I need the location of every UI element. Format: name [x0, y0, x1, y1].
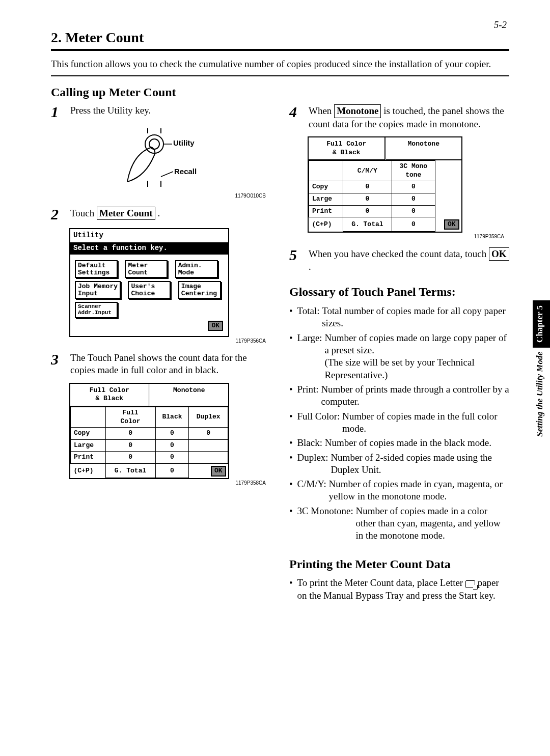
tab-fullcolor[interactable]: Full Color & Black — [70, 384, 150, 407]
mode-tab: Setting the Utility Mode — [533, 348, 550, 447]
glossary-list: • Total: Total number of copies made for… — [289, 305, 509, 542]
figure-code: 1179P356CA — [51, 338, 266, 345]
step-1: 1 Press the Utility key. — [51, 104, 271, 120]
tab-fullcolor[interactable]: Full Color & Black — [309, 137, 386, 160]
label-utility: Utility — [173, 138, 195, 148]
meter-count-key: Meter Count — [97, 207, 155, 220]
section-title: Meter Count — [65, 30, 144, 45]
fn-job-memory-input[interactable]: Job Memory Input — [75, 281, 121, 299]
fn-meter-count[interactable]: Meter Count — [125, 260, 168, 278]
step-text: When Monotone is touched, the panel show… — [309, 104, 509, 130]
left-column: 1 Press the Utility key. Utility Recall … — [51, 104, 271, 602]
step-text: Press the Utility key. — [70, 104, 271, 120]
side-tab: Chapter 5 Setting the Utility Mode — [533, 300, 550, 463]
count-table: C/M/Y 3C Mono tone Copy00 Large00 Print0… — [309, 160, 461, 232]
tab-monotone[interactable]: Monotone — [150, 384, 229, 407]
section-number: 2. — [51, 30, 62, 45]
table-row: Copy000 — [71, 428, 228, 440]
subheading-glossary: Glossary of Touch Panel Terms: — [289, 284, 509, 300]
fn-default-settings[interactable]: Default Settings — [75, 260, 118, 278]
step-5: 5 When you have checked the count data, … — [289, 247, 509, 273]
step-text: The Touch Panel shows the count data for… — [70, 352, 271, 377]
rule-thin — [51, 75, 509, 76]
count-panel-fullcolor: Full Color & Black Monotone Full Color B… — [69, 383, 229, 480]
step-2: 2 Touch Meter Count . — [51, 207, 271, 222]
panel-title: Utility — [70, 229, 228, 242]
rule-thick — [51, 49, 509, 51]
ok-button[interactable]: OK — [444, 219, 459, 230]
figure-code: 1179P359CA — [289, 234, 504, 240]
figure-code: 1179P358CA — [51, 480, 266, 487]
svg-line-3 — [161, 172, 173, 177]
fn-image-centering[interactable]: Image Centering — [178, 281, 221, 299]
step-number: 4 — [289, 104, 301, 130]
count-panel-monotone: Full Color & Black Monotone C/M/Y 3C Mon… — [308, 136, 462, 233]
fn-admin-mode[interactable]: Admin. Mode — [175, 260, 218, 278]
chapter-tab: Chapter 5 — [533, 300, 550, 348]
panel-body: Default Settings Meter Count Admin. Mode… — [70, 255, 228, 336]
ok-key: OK — [489, 247, 509, 261]
intro-text: This function allows you to check the cu… — [51, 58, 509, 70]
hand-figure: Utility Recall — [97, 126, 214, 192]
fn-users-choice[interactable]: User's Choice — [128, 281, 171, 299]
table-row: Copy00 — [309, 181, 461, 193]
step-text: When you have checked the count data, to… — [309, 247, 509, 273]
right-column: 4 When Monotone is touched, the panel sh… — [289, 104, 509, 602]
utility-panel: Utility Select a function key. Default S… — [69, 228, 229, 337]
page-number: 5-2 — [494, 19, 507, 31]
tab-monotone[interactable]: Monotone — [386, 137, 462, 160]
subheading-calling: Calling up Meter Count — [51, 86, 509, 99]
step-number: 5 — [289, 247, 301, 273]
section-heading: 2. Meter Count — [51, 30, 509, 46]
panel-prompt: Select a function key. — [70, 242, 228, 255]
count-table: Full Color Black Duplex Copy000 Large00 … — [70, 407, 228, 478]
subheading-printing: Printing the Meter Count Data — [289, 556, 509, 572]
table-row: Print00 — [309, 205, 461, 217]
step-text: Touch Meter Count . — [70, 207, 271, 222]
label-recall: Recall — [174, 166, 197, 176]
step-4: 4 When Monotone is touched, the panel sh… — [289, 104, 509, 130]
table-row: Print00 — [71, 452, 228, 464]
step-number: 1 — [51, 104, 63, 120]
monotone-key: Monotone — [334, 104, 381, 118]
ok-button[interactable]: OK — [211, 466, 226, 477]
step-number: 2 — [51, 207, 63, 222]
fn-scanner-addr[interactable]: Scanner Addr.Input — [75, 302, 118, 318]
figure-code: 1179O010CB — [51, 193, 266, 200]
table-row: Large00 — [71, 439, 228, 452]
table-row: Large00 — [309, 193, 461, 206]
print-bullet: • To print the Meter Count data, place L… — [289, 577, 509, 602]
page: 5-2 2. Meter Count This function allows … — [0, 0, 550, 756]
step-3: 3 The Touch Panel shows the count data f… — [51, 352, 271, 377]
ok-button[interactable]: OK — [208, 321, 223, 331]
tray-icon — [465, 580, 475, 588]
step-number: 3 — [51, 352, 63, 377]
